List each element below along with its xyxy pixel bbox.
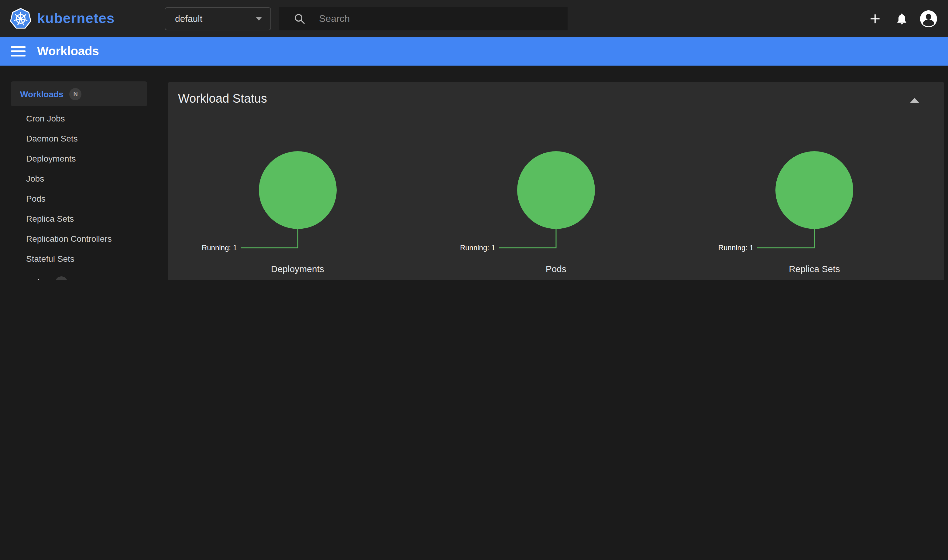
- pie-chart-pods: Running: 1 Pods: [427, 132, 686, 274]
- logo[interactable]: kubernetes: [0, 8, 158, 29]
- kubernetes-dashboard: kubernetes default: [0, 0, 948, 280]
- chevron-down-icon: [256, 17, 262, 20]
- leader-line: [240, 229, 298, 248]
- app-bar: Workloads: [0, 37, 948, 66]
- chart-title: Deployments: [168, 264, 427, 274]
- pie-slice-running: [259, 151, 336, 229]
- pie-slice-running: [517, 151, 595, 229]
- page-title: Workloads: [37, 44, 99, 58]
- top-header: kubernetes default: [0, 0, 948, 37]
- namespace-value: default: [165, 13, 256, 24]
- create-resource-button[interactable]: [862, 5, 888, 32]
- sidebar-item-deployments[interactable]: Deployments: [0, 148, 158, 168]
- workload-status-title: Workload Status: [168, 82, 944, 106]
- namespaced-badge: N: [55, 276, 68, 280]
- bell-icon: [895, 12, 908, 25]
- sidebar-item-stateful-sets[interactable]: Stateful Sets: [0, 248, 158, 268]
- sidebar-item-workloads[interactable]: Workloads N: [11, 82, 147, 106]
- search-icon: [293, 12, 306, 25]
- sidebar-item-cron-jobs[interactable]: Cron Jobs: [0, 108, 158, 128]
- sidebar-item-replication-controllers[interactable]: Replication Controllers: [0, 228, 158, 248]
- sidebar-nav: Workloads N Cron Jobs Daemon Sets Deploy…: [0, 66, 158, 280]
- header-actions: [862, 5, 942, 32]
- pie-label: Running: 1: [718, 243, 754, 252]
- main-content: Workload Status Running: 1 Deployments: [158, 66, 948, 280]
- sidebar-item-replica-sets[interactable]: Replica Sets: [0, 208, 158, 228]
- leader-line: [499, 229, 556, 248]
- sidebar-item-daemon-sets[interactable]: Daemon Sets: [0, 128, 158, 148]
- kubernetes-logo-icon: [10, 8, 32, 29]
- user-menu-button[interactable]: [915, 5, 942, 32]
- sidebar-item-service[interactable]: Service N: [0, 270, 158, 280]
- pie-chart-replica-sets: Running: 1 Replica Sets: [685, 132, 944, 274]
- pie-slice-running: [775, 151, 853, 229]
- notifications-button[interactable]: [888, 5, 915, 32]
- pie-label: Running: 1: [202, 243, 237, 252]
- leader-line: [757, 229, 814, 248]
- collapse-card-button[interactable]: [910, 97, 919, 104]
- logo-wordmark: kubernetes: [37, 10, 114, 27]
- pie-label: Running: 1: [460, 243, 495, 252]
- workload-status-card: Workload Status Running: 1 Deployments: [168, 82, 944, 280]
- search-input[interactable]: [318, 12, 567, 25]
- search-bar: [279, 7, 567, 30]
- sidebar-item-pods[interactable]: Pods: [0, 188, 158, 208]
- namespaced-badge: N: [69, 88, 82, 100]
- menu-icon[interactable]: [11, 44, 26, 59]
- plus-icon: [868, 12, 882, 25]
- sidebar-item-jobs[interactable]: Jobs: [0, 168, 158, 188]
- namespace-selector[interactable]: default: [165, 7, 271, 30]
- pie-chart-deployments: Running: 1 Deployments: [168, 132, 427, 274]
- chart-title: Replica Sets: [685, 264, 944, 274]
- chart-title: Pods: [427, 264, 686, 274]
- account-avatar-icon: [919, 9, 938, 28]
- chevron-up-icon: [910, 97, 919, 103]
